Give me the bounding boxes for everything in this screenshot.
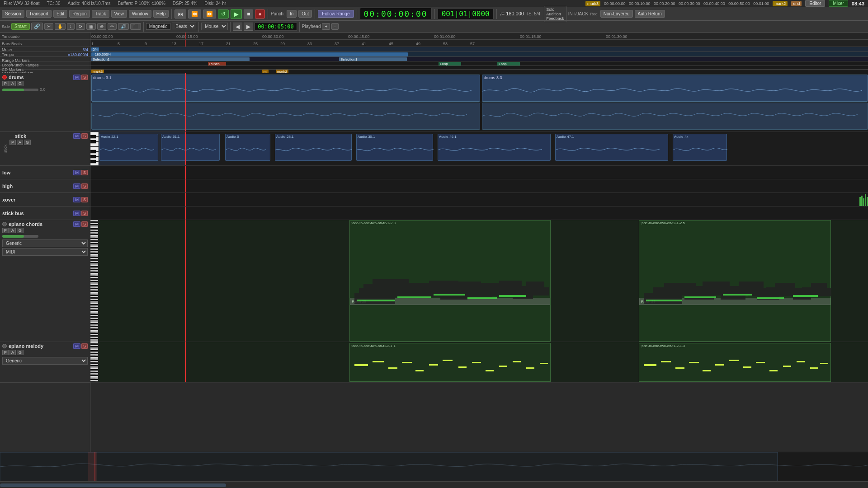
fast-fwd-btn[interactable]: ⏩ — [203, 9, 216, 19]
low-mute-btn[interactable]: M — [73, 170, 80, 175]
cursor-select[interactable]: Mouse — [201, 23, 228, 30]
epiano-melody-midi-region-2[interactable]: ;ode-to-one-two-oh-t1-2-1.3 — [639, 343, 831, 382]
region-menu[interactable]: Region — [69, 10, 90, 18]
mixer-button[interactable]: Mixer — [829, 0, 848, 7]
emelody-record-light[interactable] — [2, 344, 7, 348]
end-chip[interactable]: end — [791, 1, 802, 6]
stick-clip-6[interactable]: Audio-46.1 — [438, 134, 551, 161]
low-track-lane[interactable] — [90, 166, 868, 179]
epiano-chords-gain-btn[interactable]: G — [17, 228, 24, 233]
epiano-melody-content[interactable]: ;ode-to-one-two-oh-t1-2-1.1 — [99, 342, 868, 382]
stick-clip-4[interactable]: Audio-28.1 — [275, 134, 352, 161]
zoom-out-btn[interactable]: - — [331, 23, 338, 30]
punch-in-btn[interactable]: In — [287, 10, 297, 18]
drums-clip-1[interactable]: drums-3.1 — [91, 75, 480, 102]
rewind-btn[interactable]: ⏪ — [188, 9, 201, 19]
epiano-melody-track-lane[interactable]: ;ode-to-one-two-oh-t1-2-1.1 — [90, 342, 868, 383]
drums-solo-btn[interactable]: S — [81, 75, 88, 80]
snap-to-select[interactable]: Beats — [172, 23, 196, 30]
epiano-chords-mute-btn[interactable]: M — [73, 221, 80, 227]
high-solo-btn[interactable]: S — [81, 183, 88, 189]
auto-return-btn[interactable]: Auto Return — [635, 10, 665, 18]
epiano-chords-content[interactable]: ;ode-to-one-two-oh-t2-1-2.3 Patch 29 — [99, 220, 868, 342]
session-menu[interactable]: Session — [2, 10, 24, 18]
drums-clip-1-lower[interactable] — [91, 103, 480, 130]
drums-playlist-btn[interactable]: P — [2, 81, 9, 86]
epiano-melody-automation-btn[interactable]: A — [9, 350, 16, 355]
tool-btn-8[interactable]: ✏ — [108, 23, 117, 30]
stick-mute-btn[interactable]: M — [73, 133, 80, 139]
edit-menu[interactable]: Edit — [53, 10, 67, 18]
stick-clip-5[interactable]: Audio-35.1 — [356, 134, 433, 161]
horizontal-scrollbar[interactable] — [0, 481, 868, 488]
epiano-record-light[interactable] — [2, 222, 7, 226]
transport-menu[interactable]: Transport — [26, 10, 52, 18]
xover-solo-btn[interactable]: S — [81, 197, 88, 202]
tool-btn-2[interactable]: ✂ — [44, 23, 53, 30]
drums-automation-btn[interactable]: A — [9, 81, 16, 86]
record-btn[interactable]: ● — [255, 9, 264, 19]
epiano-melody-midi-region-1[interactable]: ;ode-to-one-two-oh-t1-2-1.1 — [349, 343, 551, 382]
back-to-start-btn[interactable]: ⏮ — [175, 9, 186, 19]
drums-track-lane[interactable]: drums-3.1 drums-3.3 — [90, 73, 868, 132]
stickbus-solo-btn[interactable]: S — [81, 211, 88, 216]
epiano-melody-plugin-select[interactable]: Generic — [2, 357, 88, 365]
drums-gain-btn[interactable]: G — [17, 81, 24, 86]
tool-btn-7[interactable]: ⊕ — [97, 23, 106, 30]
nav-prev-btn[interactable]: ◀ — [233, 23, 242, 31]
punch-out-btn[interactable]: Out — [298, 10, 312, 18]
stick-clip-7[interactable]: Audio-47.1 — [555, 134, 668, 161]
epiano-chords-automation-btn[interactable]: A — [9, 228, 16, 233]
epiano-chords-midi-region-2[interactable]: ;ode-to-one-two-oh-t2-1-2.5 Patch 29 — [639, 220, 831, 342]
help-menu[interactable]: Help — [153, 10, 169, 18]
stick-clip-8[interactable]: Audio-4x — [673, 134, 727, 161]
stickbus-mute-btn[interactable]: M — [73, 211, 80, 216]
drums-record-light[interactable] — [2, 75, 7, 80]
mark2-chip[interactable]: mark2 — [773, 1, 788, 6]
tool-btn-3[interactable]: ✋ — [55, 23, 66, 30]
rec-mode-btn[interactable]: Non-Layered — [600, 10, 633, 18]
view-menu[interactable]: View — [111, 10, 127, 18]
tool-btn-5[interactable]: ⟳ — [76, 23, 85, 30]
high-track-lane[interactable] — [90, 179, 868, 193]
stick-content[interactable]: Audio-22.1 Audio-51.1 Audio-5 Audio-28.1… — [99, 132, 868, 165]
epiano-chords-playlist-btn[interactable]: P — [2, 228, 9, 233]
smart-mode-btn[interactable]: Smart — [11, 23, 30, 30]
high-mute-btn[interactable]: M — [73, 183, 80, 189]
epiano-chords-fader[interactable] — [2, 235, 38, 238]
tool-btn-4[interactable]: ↕ — [67, 23, 75, 30]
tool-btn-6[interactable]: ▦ — [86, 23, 96, 30]
stick-track-lane[interactable]: Audio-22.1 Audio-51.1 Audio-5 Audio-28.1… — [90, 132, 868, 166]
epiano-chords-track-lane[interactable]: ;ode-to-one-two-oh-t2-1-2.3 Patch 29 — [90, 220, 868, 342]
editor-button[interactable]: Editor — [805, 0, 825, 7]
mini-map[interactable] — [0, 452, 868, 488]
stick-playlist-btn[interactable]: P — [9, 140, 16, 145]
stickbus-track-lane[interactable] — [90, 206, 868, 220]
tool-btn-1[interactable]: 🔗 — [31, 23, 43, 30]
drums-clip-2[interactable]: drums-3.3 — [482, 75, 868, 102]
window-menu[interactable]: Window — [129, 10, 151, 18]
track-menu[interactable]: Track — [92, 10, 109, 18]
epiano-melody-gain-btn[interactable]: G — [17, 350, 24, 355]
epiano-melody-playlist-btn[interactable]: P — [2, 350, 9, 355]
stick-clip-1[interactable]: Audio-22.1 — [99, 134, 158, 161]
epiano-melody-mute-btn[interactable]: M — [73, 343, 80, 349]
epiano-chords-midi-region-1[interactable]: ;ode-to-one-two-oh-t2-1-2.3 Patch 29 — [349, 220, 551, 342]
stick-automation-btn[interactable]: A — [17, 140, 23, 145]
stick-gain-btn[interactable]: G — [24, 140, 31, 145]
epiano-melody-solo-btn[interactable]: S — [81, 343, 88, 349]
tool-btn-9[interactable]: 🔊 — [118, 23, 129, 30]
zoom-in-btn[interactable]: + — [322, 23, 330, 30]
epiano-chords-solo-btn[interactable]: S — [81, 221, 88, 227]
xover-mute-btn[interactable]: M — [73, 197, 80, 202]
stick-clip-3[interactable]: Audio-5 — [225, 134, 270, 161]
low-solo-btn[interactable]: S — [81, 170, 88, 175]
tool-btn-10[interactable]: ⬛ — [130, 23, 141, 30]
drums-fader[interactable] — [2, 89, 38, 91]
drums-clip-2-lower[interactable] — [482, 103, 868, 130]
epiano-chords-midi-select[interactable]: MIDI — [2, 248, 88, 256]
loop-btn[interactable]: ↺ — [218, 9, 229, 19]
stick-solo-btn[interactable]: S — [81, 133, 88, 139]
epiano-chords-plugin-select[interactable]: Generic — [2, 239, 88, 247]
stick-clip-2[interactable]: Audio-51.1 — [161, 134, 220, 161]
